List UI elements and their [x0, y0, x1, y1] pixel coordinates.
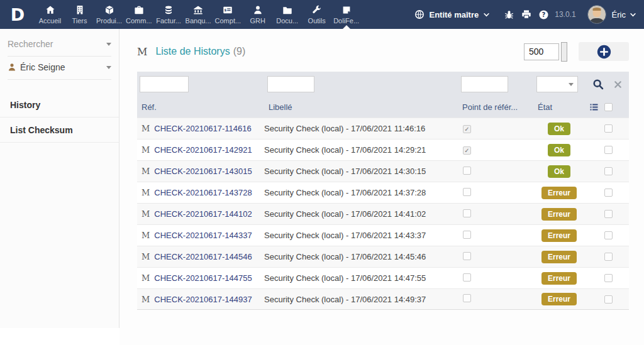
- state-cell: Ok: [533, 165, 585, 178]
- label-cell: Security Check (local) - 17/06/2021 14:4…: [264, 231, 458, 240]
- row-select-checkbox[interactable]: [604, 295, 613, 304]
- add-record-button[interactable]: [579, 42, 629, 61]
- row-select-checkbox[interactable]: [604, 124, 613, 133]
- label-filter-input[interactable]: [267, 76, 314, 92]
- limit-input[interactable]: [524, 43, 559, 60]
- user-menu[interactable]: Éric: [612, 10, 626, 19]
- caret-down-icon: [106, 43, 111, 46]
- column-header-state[interactable]: État: [533, 102, 585, 112]
- object-m-icon: M: [142, 252, 150, 261]
- bank-icon: [193, 5, 203, 15]
- entity-selector[interactable]: Entité maître: [414, 9, 490, 19]
- top-menu-item-comm[interactable]: Comm...: [124, 0, 154, 29]
- printer-icon[interactable]: [521, 9, 531, 19]
- object-m-icon: M: [142, 124, 150, 133]
- ref-filter-input[interactable]: [140, 76, 189, 92]
- column-header-point-ref[interactable]: Point de référ...: [458, 102, 533, 112]
- object-m-icon: M: [142, 167, 150, 176]
- top-menu-item-produi[interactable]: Produi...: [94, 0, 124, 29]
- point-ref-checkbox[interactable]: [463, 273, 471, 282]
- sidebar-search-select[interactable]: Rechercher: [8, 39, 111, 57]
- select-all-checkbox[interactable]: [604, 103, 613, 111]
- avatar-body: [589, 18, 604, 24]
- top-menu-item-grh[interactable]: GRH: [243, 0, 272, 29]
- point-ref-checkbox[interactable]: [463, 209, 471, 217]
- row-select-checkbox[interactable]: [604, 210, 613, 218]
- search-icon[interactable]: [592, 79, 604, 90]
- state-filter-select[interactable]: [536, 76, 578, 92]
- top-menu-item-outils[interactable]: Outils: [302, 0, 331, 29]
- ref-link[interactable]: CHECK-20210617-144937: [154, 295, 252, 304]
- top-menu-label: Compt...: [215, 17, 242, 25]
- label-cell: Security Check (local) - 17/06/2021 14:4…: [264, 209, 458, 219]
- field-selector-icon[interactable]: [589, 102, 599, 112]
- help-icon[interactable]: ?: [538, 9, 549, 20]
- row-select-checkbox[interactable]: [604, 253, 613, 261]
- ref-cell: MCHECK-20210617-143015: [137, 167, 264, 176]
- table-header-row: Réf. Libellé Point de référ... État: [137, 97, 629, 118]
- clear-filter-icon[interactable]: [613, 80, 623, 89]
- point-ref-checkbox[interactable]: ✓: [463, 146, 471, 155]
- top-menu-item-accueil[interactable]: Accueil: [35, 0, 65, 29]
- wrench-icon: [312, 5, 322, 15]
- header-controls: [524, 42, 629, 62]
- table-row: MCHECK-20210617-143728Security Check (lo…: [137, 182, 629, 203]
- row-select-checkbox[interactable]: [604, 231, 613, 239]
- label-cell: Security Check (local) - 17/06/2021 14:3…: [264, 167, 458, 176]
- ref-link[interactable]: CHECK-20210617-114616: [154, 124, 251, 133]
- sidebar-item-history[interactable]: History: [0, 92, 119, 118]
- object-m-icon: M: [142, 231, 150, 240]
- user-avatar[interactable]: [587, 5, 606, 24]
- sidebar-user-name: Éric Seigne: [20, 62, 65, 72]
- state-cell: Erreur: [533, 293, 585, 305]
- top-menu-item-factur[interactable]: Factur...: [154, 0, 184, 29]
- sidebar-item-list-checksum[interactable]: List Checksum: [0, 118, 119, 143]
- ref-cell: MCHECK-20210617-144337: [137, 231, 264, 240]
- select-cell: [585, 210, 629, 218]
- sidebar-item-label: History: [10, 100, 40, 110]
- table-body: MCHECK-20210617-114616Security Check (lo…: [137, 118, 629, 310]
- ref-link[interactable]: CHECK-20210617-144337: [154, 231, 252, 240]
- point-ref-checkbox[interactable]: [463, 188, 471, 196]
- ref-link[interactable]: CHECK-20210617-143015: [154, 167, 252, 176]
- state-cell: Ok: [533, 123, 585, 135]
- sidebar-menu: HistoryList Checksum: [0, 92, 119, 143]
- point-ref-filter-input[interactable]: [461, 76, 508, 92]
- ref-link[interactable]: CHECK-20210617-144102: [154, 209, 252, 219]
- table-row: MCHECK-20210617-144546Security Check (lo…: [137, 246, 629, 267]
- top-menu-item-compt[interactable]: $Compt...: [213, 0, 243, 29]
- column-header-label[interactable]: Libellé: [264, 102, 458, 112]
- ref-link[interactable]: CHECK-20210617-143728: [154, 188, 252, 197]
- briefcase-icon: [134, 5, 144, 15]
- limit-stepper[interactable]: [561, 42, 567, 62]
- caret-down-icon: [106, 66, 111, 69]
- ref-link[interactable]: CHECK-20210617-142921: [154, 145, 252, 155]
- top-menu-item-banqu[interactable]: Banqu...: [184, 0, 213, 29]
- point-ref-checkbox[interactable]: [463, 294, 471, 302]
- dolibarr-logo[interactable]: D: [0, 0, 35, 29]
- bug-icon[interactable]: [504, 9, 514, 20]
- column-header-ref[interactable]: Réf.: [137, 102, 264, 112]
- ref-cell: MCHECK-20210617-144755: [137, 273, 264, 283]
- row-select-checkbox[interactable]: [604, 274, 613, 282]
- top-menu-item-docu[interactable]: Docu...: [272, 0, 302, 29]
- object-m-icon: M: [142, 188, 150, 197]
- sidebar-user-select[interactable]: Éric Seigne: [8, 62, 111, 80]
- state-cell: Erreur: [533, 187, 585, 199]
- record-count: (9): [233, 46, 246, 57]
- sidebar-item-label: List Checksum: [10, 125, 73, 135]
- ref-link[interactable]: CHECK-20210617-144755: [154, 273, 252, 283]
- point-ref-checkbox[interactable]: [463, 167, 471, 175]
- point-ref-checkbox[interactable]: ✓: [463, 125, 471, 133]
- state-cell: Erreur: [533, 229, 585, 242]
- point-ref-checkbox[interactable]: [463, 231, 471, 239]
- top-menu-item-dolife[interactable]: DoliFe...: [331, 0, 361, 29]
- top-action-icons: ?: [504, 9, 549, 20]
- row-select-checkbox[interactable]: [604, 167, 613, 175]
- row-select-checkbox[interactable]: [604, 189, 613, 197]
- ref-link[interactable]: CHECK-20210617-144546: [154, 252, 252, 261]
- point-ref-checkbox[interactable]: [463, 252, 471, 260]
- row-select-checkbox[interactable]: [604, 146, 613, 154]
- top-menu-label: Docu...: [276, 17, 298, 25]
- top-menu-item-tiers[interactable]: Tiers: [65, 0, 94, 29]
